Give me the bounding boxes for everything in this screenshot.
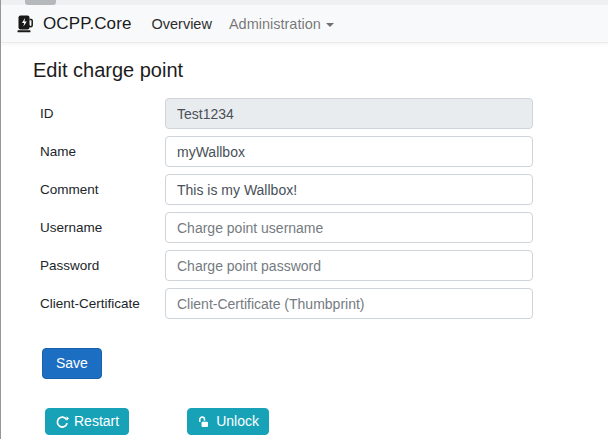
browser-chrome-fragment	[0, 0, 608, 5]
nav-item-administration-label: Administration	[229, 16, 321, 32]
unlock-icon	[197, 415, 211, 429]
action-row: Restart Unlock	[0, 408, 608, 435]
unlock-button[interactable]: Unlock	[187, 408, 269, 435]
form-row-name: Name	[40, 136, 608, 167]
charge-point-form: IDNameCommentUsernamePasswordClient-Cert…	[40, 98, 608, 379]
brand-label: OCPP.Core	[43, 14, 131, 34]
restart-button[interactable]: Restart	[45, 408, 129, 435]
nav-item-administration[interactable]: Administration	[229, 16, 334, 32]
password-label: Password	[40, 258, 165, 273]
comment-input[interactable]	[165, 174, 533, 205]
id-input	[165, 98, 533, 129]
window-left-edge	[0, 0, 1, 439]
username-input[interactable]	[165, 212, 533, 243]
charge-station-icon	[16, 14, 36, 34]
navbar: OCPP.Core Overview Administration	[0, 5, 608, 43]
reload-icon	[55, 415, 69, 429]
client-certificate-input[interactable]	[165, 288, 533, 319]
name-label: Name	[40, 144, 165, 159]
nav-item-overview[interactable]: Overview	[151, 16, 211, 32]
browser-tab-fragment	[25, 0, 56, 5]
form-row-id: ID	[40, 98, 608, 129]
unlock-button-label: Unlock	[216, 413, 259, 430]
form-row-comment: Comment	[40, 174, 608, 205]
id-label: ID	[40, 106, 165, 121]
save-button[interactable]: Save	[42, 348, 102, 379]
chevron-down-icon	[326, 23, 334, 27]
password-input[interactable]	[165, 250, 533, 281]
form-rows: IDNameCommentUsernamePasswordClient-Cert…	[40, 98, 608, 319]
form-row-username: Username	[40, 212, 608, 243]
form-row-client-certificate: Client-Certificate	[40, 288, 608, 319]
page-title: Edit charge point	[33, 58, 608, 82]
username-label: Username	[40, 220, 165, 235]
brand-link[interactable]: OCPP.Core	[16, 14, 131, 34]
comment-label: Comment	[40, 182, 165, 197]
name-input[interactable]	[165, 136, 533, 167]
restart-button-label: Restart	[74, 413, 119, 430]
client-certificate-label: Client-Certificate	[40, 296, 165, 311]
form-row-password: Password	[40, 250, 608, 281]
